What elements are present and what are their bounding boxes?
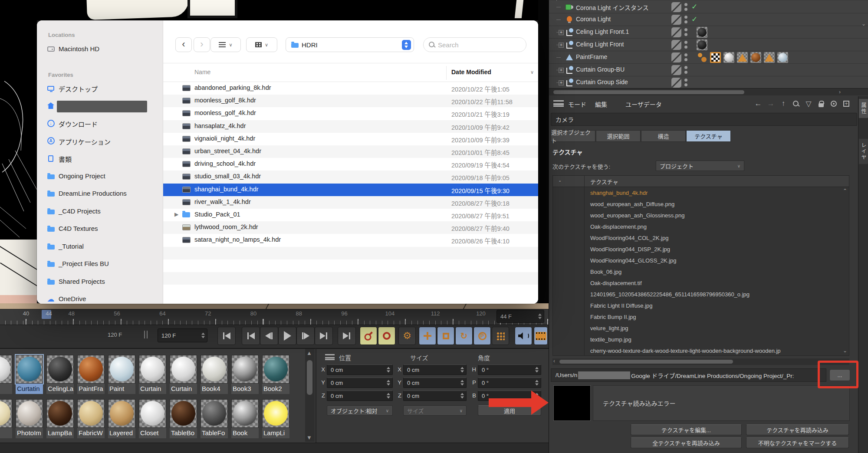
record-scale-button[interactable] [437,327,454,345]
material-item-curtatin[interactable]: Curtatin [16,355,43,395]
texture-table-hscrollbar[interactable]: ‹ [552,358,849,365]
sphere-marble-icon[interactable] [777,52,788,63]
file-row[interactable]: vignaioli_night_4k.hdr2020/10/09 午前9:39 [163,133,538,145]
file-row[interactable]: hansaplatz_4k.hdr2020/10/09 午前9:42 [163,120,538,133]
viewport-top-strip[interactable] [0,0,549,20]
tab-テクスチャ[interactable]: テクスチャ [686,130,731,142]
material-thumbnail[interactable] [108,355,135,384]
tab-構造[interactable]: 構造 [641,130,686,142]
go-to-end-button[interactable] [338,327,356,345]
material-thumbnail[interactable] [139,399,166,428]
material-item-erial[interactable]: erial [0,355,12,395]
texture-row[interactable]: Oak-displacement.png [590,221,647,233]
file-row[interactable]: driving_school_4k.hdr2020/09/19 午後4:54 [163,158,538,171]
scroll-up-icon[interactable]: ▲ [306,350,312,356]
tab-選択オブジェクト[interactable]: 選択オブジェクト [551,130,595,142]
object-manager-hscrollbar[interactable]: › [549,88,868,95]
material-item-lampli[interactable]: LampLi [262,399,289,439]
material-thumbnail[interactable] [231,399,259,428]
material-thumbnail[interactable] [170,355,197,384]
coord-field-角度-P[interactable]: 0 ° [478,378,541,388]
material-thumbnail[interactable] [139,355,166,384]
filter-icon[interactable]: ▽ [803,98,814,109]
next-key-button[interactable] [315,327,333,345]
texture-row[interactable]: cherry-wood-texture-dark-wood-texture-li… [590,345,781,356]
object-row[interactable]: PaintFrame [549,51,868,64]
record-pla-button[interactable] [492,327,509,345]
material-thumbnail[interactable] [231,355,259,384]
back-button[interactable]: ‹ [175,37,192,52]
object-row[interactable]: +Curtain Group Side [549,76,868,88]
material-item-paint[interactable]: Paint [108,355,135,395]
material-item-celingla[interactable]: CelingLa [46,355,74,395]
material-thumbnail[interactable] [77,399,105,428]
action-button-0[interactable]: テクスチャを編集... [631,424,742,435]
material-thumbnail[interactable] [262,355,289,384]
coord-field-サイズ-Y[interactable]: 0 cm [403,378,467,388]
material-item-curtain[interactable]: Curtain [139,355,166,395]
object-manager[interactable]: Corona Light インスタンス✓Corona Light✓+Celing… [549,0,868,88]
material-thumbnail[interactable] [201,399,228,428]
texture-row[interactable]: Oak-displacement.tif [590,278,642,289]
sidebar-item-デスクトップ[interactable]: デスクトップ [37,82,163,95]
viewport-left-strip[interactable] [0,20,37,304]
go-to-start-button[interactable] [217,327,236,345]
texture-row[interactable]: shanghai_bund_4k.hdr [590,187,648,199]
timeline-ruler[interactable]: 404448566472808896104112120 [0,309,549,325]
file-row[interactable]: shanghai_bund_4k.hdr2020/09/15 午後9:30 [163,184,538,196]
previous-key-button[interactable] [242,327,260,345]
spinner-arrows-icon[interactable] [460,380,464,386]
sound-button[interactable] [515,327,532,345]
spinner-arrows-icon[interactable] [387,367,390,373]
spinner-arrows-icon[interactable] [387,393,390,399]
spinner-arrows-icon[interactable] [535,380,539,386]
filmstrip-button[interactable] [534,327,548,345]
spinner-arrows-icon[interactable] [387,380,390,386]
layer-dots-icon[interactable] [684,3,687,13]
texture-row[interactable]: WoodFlooring044_COL_2K.jpg [590,233,668,244]
action-button-1[interactable]: テクスチャを再読み込み [746,424,849,435]
record-rotation-button[interactable]: ↻ [455,327,473,345]
coord-field-サイズ-Z[interactable]: 0 cm [403,391,467,401]
coord-field-サイズ-X[interactable]: 0 cm [403,364,467,375]
sphere-brown-icon[interactable] [750,52,761,63]
sphere-white-icon[interactable] [723,52,734,63]
sidebar-item-macintosh-hd[interactable]: Macintosh HD [37,43,163,56]
footer-dropdown-1[interactable]: サイズ∨ [403,405,467,416]
lock-icon[interactable] [816,98,826,109]
sidebar-item-dreamline-productions[interactable]: DreamLine Productions [37,187,163,200]
material-thumbnail[interactable] [170,399,197,428]
play-button[interactable] [278,327,296,345]
list-view-dropdown[interactable]: ∨ [210,37,241,52]
scroll-down-icon[interactable]: ▼ [306,434,312,441]
search-icon[interactable] [791,98,801,109]
texture-row[interactable]: 12401965_10205438652225486_6511416598796… [590,289,750,300]
triangle-icon[interactable] [764,52,775,63]
forward-arrow-icon[interactable]: → [766,98,776,109]
material-item-book2[interactable]: Book2 [262,355,289,395]
material-item-book4[interactable]: Book4 [201,355,228,395]
material-item-lampba[interactable]: LampBa [46,399,74,439]
sidebar-item-ongoing-project[interactable]: Ongoing Project [37,170,163,183]
disclosure-triangle-icon[interactable]: ▶ [174,211,178,217]
record-parameter-button[interactable]: P [473,327,491,345]
material-item-tablefo[interactable]: TableFo [201,399,228,439]
add-icon[interactable]: + [841,98,852,109]
file-row[interactable]: abandoned_parking_8k.hdr2020/10/22 午後1:0… [163,82,538,95]
material-item[interactable] [0,399,12,439]
sidebar-item-アプリケーション[interactable]: Aアプリケーション [37,135,163,148]
expand-icon[interactable]: + [559,68,564,73]
texture-row[interactable]: WoodFlooring044_DISP_2K.jpg [590,244,670,255]
scrollbar-thumb[interactable] [307,360,312,395]
material-thumbnail[interactable] [46,355,74,384]
side-tab-属性[interactable]: 属性 [859,99,868,118]
texture-row[interactable]: wood_european_ash_Glossiness.png [590,210,685,221]
material-item-book[interactable]: Book [231,399,259,439]
sidebar-item-_project-files-bu[interactable]: _Project Files BU [37,258,163,271]
menu-2[interactable]: ユーザデータ [625,100,662,108]
object-row[interactable]: Corona Light✓ [549,13,868,26]
triangle-icon[interactable] [737,52,748,63]
up-arrow-icon[interactable]: ↑ [778,98,789,109]
material-thumbnail[interactable] [46,399,74,428]
current-frame-spinner[interactable]: 44 F [496,310,544,323]
